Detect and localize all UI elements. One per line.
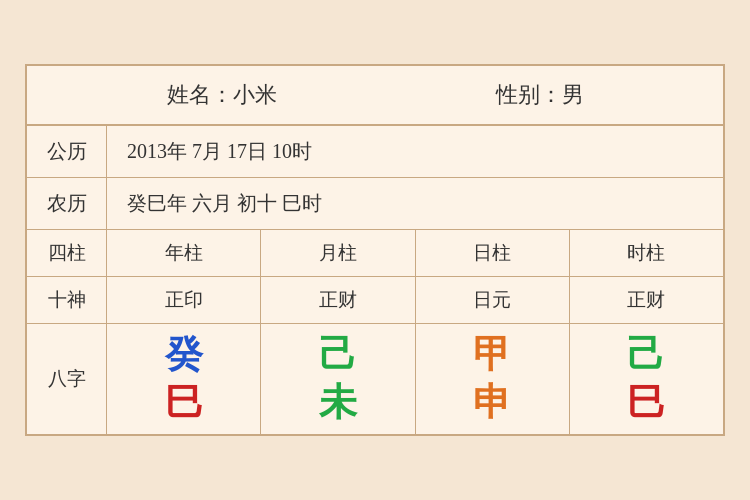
bazhi-3-bottom: 巳 (627, 382, 665, 424)
shishen-3: 正财 (570, 277, 723, 323)
shishen-label: 十神 (27, 277, 107, 323)
bazhi-col-1: 己 未 (261, 324, 415, 434)
gender-label: 性别：男 (496, 80, 584, 110)
pillar-shi: 时柱 (570, 230, 723, 276)
solar-value: 2013年 7月 17日 10时 (107, 126, 723, 177)
shishen-0: 正印 (107, 277, 261, 323)
bazhi-0-top: 癸 (165, 334, 203, 376)
lunar-value: 癸巳年 六月 初十 巳时 (107, 178, 723, 229)
shishen-2: 日元 (416, 277, 570, 323)
pillar-nian: 年柱 (107, 230, 261, 276)
pillar-yue: 月柱 (261, 230, 415, 276)
bazhi-col-2: 甲 申 (416, 324, 570, 434)
shishen-row: 十神 正印 正财 日元 正财 (27, 277, 723, 324)
bazhi-label: 八字 (27, 324, 107, 434)
name-label: 姓名：小米 (167, 80, 277, 110)
bazhi-row: 八字 癸 巳 己 未 甲 申 己 巳 (27, 324, 723, 434)
pillars-row: 四柱 年柱 月柱 日柱 时柱 (27, 230, 723, 277)
bazhi-1-bottom: 未 (319, 382, 357, 424)
bazhi-2-top: 甲 (473, 334, 511, 376)
lunar-row: 农历 癸巳年 六月 初十 巳时 (27, 178, 723, 230)
lunar-label: 农历 (27, 178, 107, 229)
pillars-label: 四柱 (27, 230, 107, 276)
shishen-1: 正财 (261, 277, 415, 323)
solar-row: 公历 2013年 7月 17日 10时 (27, 126, 723, 178)
main-table: 姓名：小米 性别：男 公历 2013年 7月 17日 10时 农历 癸巳年 六月… (25, 64, 725, 436)
solar-label: 公历 (27, 126, 107, 177)
header-row: 姓名：小米 性别：男 (27, 66, 723, 126)
bazhi-col-0: 癸 巳 (107, 324, 261, 434)
bazhi-0-bottom: 巳 (165, 382, 203, 424)
bazhi-3-top: 己 (627, 334, 665, 376)
bazhi-col-3: 己 巳 (570, 324, 723, 434)
bazhi-2-bottom: 申 (473, 382, 511, 424)
pillar-ri: 日柱 (416, 230, 570, 276)
bazhi-1-top: 己 (319, 334, 357, 376)
